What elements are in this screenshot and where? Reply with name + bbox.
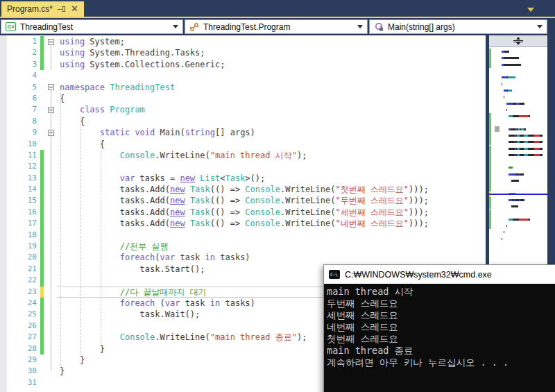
outlining-margin[interactable]: [46, 82, 56, 93]
code-line[interactable]: 7 class Program: [0, 104, 489, 115]
collapse-minus-icon[interactable]: [48, 107, 54, 113]
line-number: 31: [0, 377, 40, 389]
code-line[interactable]: 8 {: [0, 116, 489, 127]
minimap-line: [502, 152, 546, 158]
code-line[interactable]: 11 Console.WriteLine("main thread 시작");: [0, 150, 489, 161]
minimap-change-marker: [489, 126, 491, 133]
minimap-change-marker: [489, 197, 491, 203]
code-text: {: [60, 116, 85, 127]
line-number: 21: [0, 264, 40, 275]
chevron-down-icon: [357, 25, 363, 28]
code-line[interactable]: 4: [0, 70, 489, 81]
minimap-line: [502, 229, 546, 235]
line-number: 14: [0, 184, 40, 195]
collapse-minus-icon[interactable]: [48, 84, 54, 90]
minimap-line: [502, 94, 546, 100]
outlining-margin[interactable]: [46, 127, 56, 138]
tab-program-cs[interactable]: Program.cs* ✕: [1, 1, 84, 17]
code-text: //다 끝날때까지 대기: [60, 287, 207, 298]
code-line[interactable]: 5namespace ThreadingTest: [0, 82, 489, 93]
code-line[interactable]: 10 {: [0, 139, 489, 150]
code-line[interactable]: 3using System.Collections.Generic;: [0, 59, 489, 70]
outlining-margin: [46, 241, 56, 252]
project-dropdown[interactable]: C# ThreadingTest: [1, 19, 183, 34]
minimap-change-marker: [489, 203, 491, 210]
outlining-margin: [46, 298, 56, 309]
minimap-change-marker: [489, 152, 491, 158]
collapse-minus-icon[interactable]: [48, 130, 54, 136]
change-marker: [40, 173, 44, 184]
change-marker: [40, 366, 44, 377]
outlining-margin: [46, 252, 56, 263]
console-line: main thread 시작: [327, 286, 555, 298]
code-line[interactable]: 6{: [0, 93, 489, 104]
line-number: 1: [0, 36, 40, 47]
code-text: }: [60, 343, 105, 355]
minimap-line: [502, 55, 546, 61]
minimap-change-marker: [489, 133, 491, 139]
minimap-line: [502, 216, 546, 223]
outlining-margin: [46, 173, 56, 184]
member-dropdown[interactable]: Main(string[] args): [369, 19, 547, 34]
code-text: using System.Collections.Generic;: [60, 59, 225, 70]
code-line[interactable]: 18: [0, 230, 489, 241]
outlining-margin: [46, 70, 56, 81]
code-text: {: [60, 139, 105, 150]
project-dropdown-label: ThreadingTest: [20, 22, 169, 32]
minimap-change-marker: [489, 210, 491, 216]
collapse-minus-icon[interactable]: [48, 39, 54, 45]
code-text: tasks.Add(new Task(() => Console.WriteLi…: [60, 184, 429, 195]
outlining-margin: [46, 59, 56, 70]
outlining-margin: [46, 332, 56, 343]
line-number: 22: [0, 275, 40, 286]
code-line[interactable]: 15 tasks.Add(new Task(() => Console.Writ…: [0, 195, 489, 206]
code-line[interactable]: 19 //전부 실행: [0, 241, 489, 252]
minimap-line: [502, 107, 546, 113]
change-marker: [40, 207, 44, 218]
type-dropdown[interactable]: ThreadingTest.Program: [185, 19, 368, 34]
change-marker: [40, 252, 44, 263]
navigation-bar: C# ThreadingTest ThreadingTest.Program: [0, 18, 555, 35]
code-line[interactable]: 2using System.Threading.Tasks;: [0, 47, 489, 58]
outlining-margin[interactable]: [46, 36, 56, 47]
minimap-change-marker: [489, 164, 491, 171]
minimap-change-marker: [489, 178, 491, 184]
change-marker: [40, 139, 44, 150]
splitter-handle[interactable]: [489, 35, 547, 47]
change-marker: [40, 298, 44, 309]
change-marker: [40, 195, 44, 206]
line-number: 25: [0, 309, 40, 320]
change-marker: [40, 332, 44, 343]
code-line[interactable]: 13 var tasks = new List<Task>();: [0, 173, 489, 184]
code-line[interactable]: 17 tasks.Add(new Task(() => Console.Writ…: [0, 218, 489, 229]
minimap-line: [502, 68, 546, 74]
code-line[interactable]: 14 tasks.Add(new Task(() => Console.Writ…: [0, 184, 489, 195]
code-text: foreach (var task in tasks): [60, 298, 255, 309]
change-marker: [40, 150, 44, 161]
minimap-gray-marker: [495, 126, 500, 132]
outlining-margin: [46, 207, 56, 218]
change-marker: [40, 47, 44, 58]
console-titlebar[interactable]: C:\ C:₩WINDOWS₩system32₩cmd.exe: [324, 265, 555, 284]
console-line: 계속하려면 아무 키나 누르십시오 . . .: [327, 357, 555, 368]
line-number: 8: [0, 116, 40, 127]
code-line[interactable]: 9 static void Main(string[] args): [0, 127, 489, 138]
code-text: tasks.Add(new Task(() => Console.WriteLi…: [60, 207, 429, 218]
close-icon[interactable]: ✕: [71, 6, 78, 12]
minimap-line: [502, 242, 546, 248]
code-line[interactable]: 20 foreach(var task in tasks): [0, 252, 489, 263]
code-line[interactable]: 1using System;: [0, 36, 489, 47]
code-text: namespace ThreadingTest: [60, 82, 175, 93]
document-tab-strip: Program.cs* ✕: [0, 0, 555, 18]
document-overflow-chevron-icon[interactable]: [527, 8, 534, 12]
code-line[interactable]: 12: [0, 161, 489, 172]
cmd-icon: C:\: [329, 270, 340, 279]
code-line[interactable]: 16 tasks.Add(new Task(() => Console.Writ…: [0, 207, 489, 218]
pin-icon[interactable]: [58, 6, 66, 12]
outlining-margin: [46, 195, 56, 206]
line-number: 12: [0, 161, 40, 172]
line-number: 27: [0, 332, 40, 343]
code-text: foreach(var task in tasks): [60, 252, 250, 263]
outlining-margin[interactable]: [46, 104, 56, 115]
code-text: }: [60, 355, 85, 366]
